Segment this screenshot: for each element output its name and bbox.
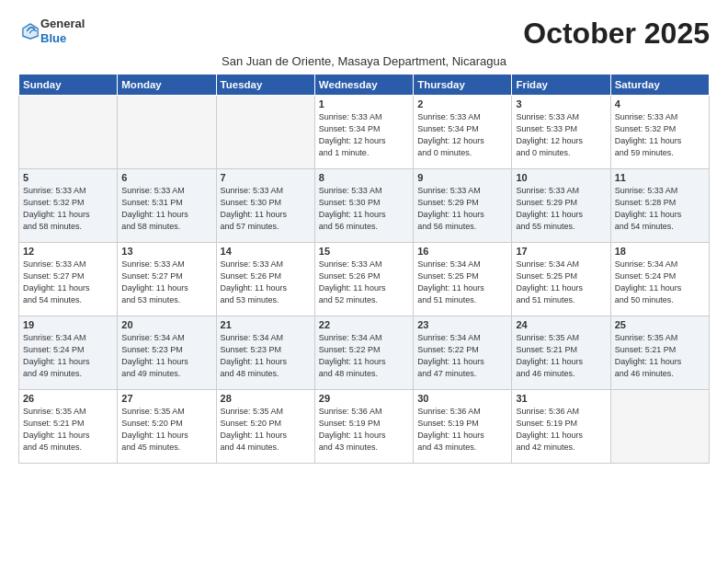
table-row xyxy=(216,96,314,169)
day-info: Sunrise: 5:33 AMSunset: 5:29 PMDaylight:… xyxy=(516,185,606,233)
logo-general: General xyxy=(40,17,85,31)
col-wednesday: Wednesday xyxy=(314,75,413,96)
day-number: 5 xyxy=(23,172,113,183)
table-row: 10Sunrise: 5:33 AMSunset: 5:29 PMDayligh… xyxy=(512,169,610,243)
day-number: 10 xyxy=(516,172,606,183)
day-info: Sunrise: 5:33 AMSunset: 5:31 PMDaylight:… xyxy=(121,185,211,233)
subtitle: San Juan de Oriente, Masaya Department, … xyxy=(18,54,710,68)
table-row xyxy=(610,390,709,464)
table-row: 29Sunrise: 5:36 AMSunset: 5:19 PMDayligh… xyxy=(314,390,413,464)
day-info: Sunrise: 5:35 AMSunset: 5:21 PMDaylight:… xyxy=(516,332,606,380)
day-number: 24 xyxy=(516,319,606,330)
day-info: Sunrise: 5:36 AMSunset: 5:19 PMDaylight:… xyxy=(319,406,409,454)
table-row: 23Sunrise: 5:34 AMSunset: 5:22 PMDayligh… xyxy=(414,316,512,390)
table-row: 25Sunrise: 5:35 AMSunset: 5:21 PMDayligh… xyxy=(610,316,709,390)
day-info: Sunrise: 5:33 AMSunset: 5:26 PMDaylight:… xyxy=(221,259,311,306)
day-number: 1 xyxy=(319,98,409,109)
day-number: 2 xyxy=(417,98,507,109)
day-number: 29 xyxy=(319,393,409,404)
logo-blue: Blue xyxy=(40,31,85,46)
day-number: 6 xyxy=(121,172,211,183)
day-info: Sunrise: 5:35 AMSunset: 5:20 PMDaylight:… xyxy=(221,406,311,454)
header: General Blue October 2025 xyxy=(18,17,710,51)
day-info: Sunrise: 5:36 AMSunset: 5:19 PMDaylight:… xyxy=(417,406,507,454)
day-info: Sunrise: 5:33 AMSunset: 5:26 PMDaylight:… xyxy=(319,259,409,306)
table-row: 16Sunrise: 5:34 AMSunset: 5:25 PMDayligh… xyxy=(414,243,512,316)
table-row: 13Sunrise: 5:33 AMSunset: 5:27 PMDayligh… xyxy=(118,243,216,316)
day-info: Sunrise: 5:33 AMSunset: 5:30 PMDaylight:… xyxy=(221,185,311,233)
calendar-header-row: Sunday Monday Tuesday Wednesday Thursday… xyxy=(19,75,710,96)
table-row: 5Sunrise: 5:33 AMSunset: 5:32 PMDaylight… xyxy=(19,169,118,243)
calendar-row: 1Sunrise: 5:33 AMSunset: 5:34 PMDaylight… xyxy=(19,96,710,169)
table-row: 12Sunrise: 5:33 AMSunset: 5:27 PMDayligh… xyxy=(19,243,118,316)
day-info: Sunrise: 5:33 AMSunset: 5:30 PMDaylight:… xyxy=(319,185,409,233)
table-row: 31Sunrise: 5:36 AMSunset: 5:19 PMDayligh… xyxy=(512,390,610,464)
table-row: 27Sunrise: 5:35 AMSunset: 5:20 PMDayligh… xyxy=(118,390,216,464)
table-row: 17Sunrise: 5:34 AMSunset: 5:25 PMDayligh… xyxy=(512,243,610,316)
month-title: October 2025 xyxy=(523,17,710,51)
col-thursday: Thursday xyxy=(414,75,512,96)
table-row: 4Sunrise: 5:33 AMSunset: 5:32 PMDaylight… xyxy=(610,96,709,169)
day-info: Sunrise: 5:34 AMSunset: 5:25 PMDaylight:… xyxy=(417,259,507,306)
page: General Blue October 2025 San Juan de Or… xyxy=(0,0,728,563)
col-saturday: Saturday xyxy=(610,75,709,96)
calendar-row: 12Sunrise: 5:33 AMSunset: 5:27 PMDayligh… xyxy=(19,243,710,316)
day-number: 20 xyxy=(121,319,211,330)
day-number: 23 xyxy=(417,319,507,330)
table-row: 20Sunrise: 5:34 AMSunset: 5:23 PMDayligh… xyxy=(118,316,216,390)
day-info: Sunrise: 5:33 AMSunset: 5:27 PMDaylight:… xyxy=(23,259,113,306)
day-number: 8 xyxy=(319,172,409,183)
table-row: 18Sunrise: 5:34 AMSunset: 5:24 PMDayligh… xyxy=(610,243,709,316)
logo-icon xyxy=(20,21,40,41)
day-info: Sunrise: 5:33 AMSunset: 5:34 PMDaylight:… xyxy=(319,111,409,159)
day-info: Sunrise: 5:33 AMSunset: 5:29 PMDaylight:… xyxy=(417,185,507,233)
col-friday: Friday xyxy=(512,75,610,96)
day-number: 18 xyxy=(615,246,705,257)
day-number: 14 xyxy=(221,246,311,257)
day-number: 17 xyxy=(516,246,606,257)
day-info: Sunrise: 5:35 AMSunset: 5:21 PMDaylight:… xyxy=(615,332,705,380)
day-number: 7 xyxy=(221,172,311,183)
day-number: 16 xyxy=(417,246,507,257)
table-row: 3Sunrise: 5:33 AMSunset: 5:33 PMDaylight… xyxy=(512,96,610,169)
day-number: 21 xyxy=(221,319,311,330)
day-number: 4 xyxy=(615,98,705,109)
table-row: 8Sunrise: 5:33 AMSunset: 5:30 PMDaylight… xyxy=(314,169,413,243)
day-number: 19 xyxy=(23,319,113,330)
table-row: 6Sunrise: 5:33 AMSunset: 5:31 PMDaylight… xyxy=(118,169,216,243)
day-number: 13 xyxy=(121,246,211,257)
col-monday: Monday xyxy=(118,75,216,96)
calendar-table: Sunday Monday Tuesday Wednesday Thursday… xyxy=(18,74,710,464)
table-row: 19Sunrise: 5:34 AMSunset: 5:24 PMDayligh… xyxy=(19,316,118,390)
day-info: Sunrise: 5:33 AMSunset: 5:32 PMDaylight:… xyxy=(23,185,113,233)
calendar-row: 26Sunrise: 5:35 AMSunset: 5:21 PMDayligh… xyxy=(19,390,710,464)
day-number: 26 xyxy=(23,393,113,404)
day-info: Sunrise: 5:33 AMSunset: 5:32 PMDaylight:… xyxy=(615,111,705,159)
table-row: 11Sunrise: 5:33 AMSunset: 5:28 PMDayligh… xyxy=(610,169,709,243)
day-number: 31 xyxy=(516,393,606,404)
col-sunday: Sunday xyxy=(19,75,118,96)
day-number: 30 xyxy=(417,393,507,404)
day-info: Sunrise: 5:34 AMSunset: 5:23 PMDaylight:… xyxy=(221,332,311,380)
day-number: 9 xyxy=(417,172,507,183)
day-number: 3 xyxy=(516,98,606,109)
table-row: 30Sunrise: 5:36 AMSunset: 5:19 PMDayligh… xyxy=(414,390,512,464)
day-info: Sunrise: 5:34 AMSunset: 5:24 PMDaylight:… xyxy=(23,332,113,380)
day-info: Sunrise: 5:33 AMSunset: 5:33 PMDaylight:… xyxy=(516,111,606,159)
table-row: 14Sunrise: 5:33 AMSunset: 5:26 PMDayligh… xyxy=(216,243,314,316)
day-info: Sunrise: 5:33 AMSunset: 5:28 PMDaylight:… xyxy=(615,185,705,233)
day-info: Sunrise: 5:34 AMSunset: 5:22 PMDaylight:… xyxy=(417,332,507,380)
day-info: Sunrise: 5:33 AMSunset: 5:27 PMDaylight:… xyxy=(121,259,211,306)
calendar-row: 5Sunrise: 5:33 AMSunset: 5:32 PMDaylight… xyxy=(19,169,710,243)
day-info: Sunrise: 5:34 AMSunset: 5:24 PMDaylight:… xyxy=(615,259,705,306)
day-number: 22 xyxy=(319,319,409,330)
day-info: Sunrise: 5:34 AMSunset: 5:22 PMDaylight:… xyxy=(319,332,409,380)
day-number: 25 xyxy=(615,319,705,330)
logo: General Blue xyxy=(18,17,85,45)
table-row xyxy=(118,96,216,169)
day-info: Sunrise: 5:34 AMSunset: 5:23 PMDaylight:… xyxy=(121,332,211,380)
table-row: 21Sunrise: 5:34 AMSunset: 5:23 PMDayligh… xyxy=(216,316,314,390)
logo-text: General Blue xyxy=(40,17,85,45)
day-number: 15 xyxy=(319,246,409,257)
day-info: Sunrise: 5:33 AMSunset: 5:34 PMDaylight:… xyxy=(417,111,507,159)
